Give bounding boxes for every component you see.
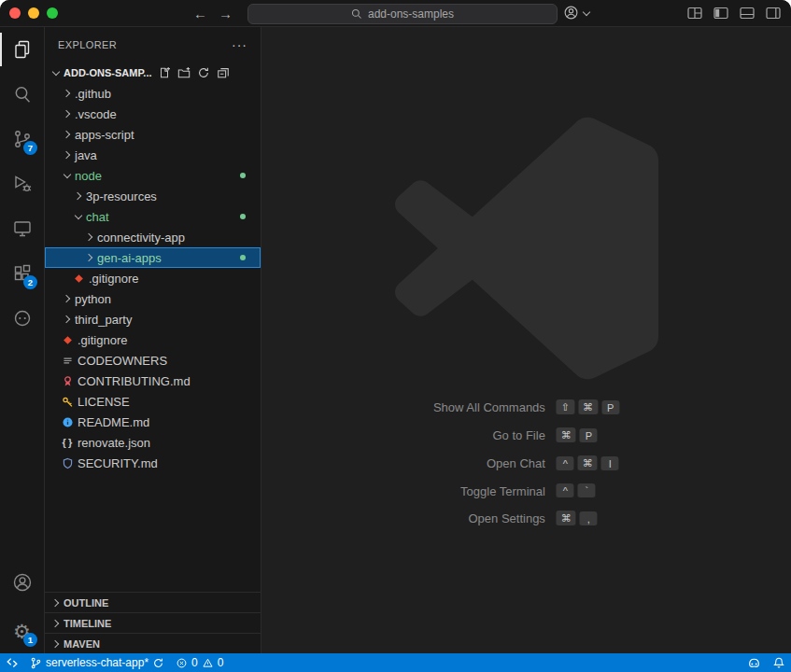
account-icon: [11, 571, 34, 594]
activitybar-run-debug[interactable]: [0, 161, 44, 206]
key-cap: `: [578, 483, 596, 498]
activitybar-explorer[interactable]: [0, 27, 44, 72]
info-icon: [60, 414, 75, 429]
notifications[interactable]: [767, 653, 791, 672]
forward-icon[interactable]: →: [219, 6, 233, 21]
section-label: MAVEN: [64, 638, 100, 650]
search-icon: [351, 8, 362, 20]
customize-layout-icon[interactable]: [686, 5, 703, 21]
git-branch-status[interactable]: serverless-chat-app*: [24, 653, 170, 672]
tree-item-label: chat: [86, 210, 109, 224]
tree-item-label: LICENSE: [78, 395, 130, 409]
close-window-button[interactable]: [9, 7, 21, 19]
tree-item-apps-script[interactable]: apps-script: [45, 124, 261, 145]
problems-status[interactable]: 0 0: [170, 653, 229, 672]
tree-item-label: apps-script: [75, 128, 134, 142]
tree-item-codeowners[interactable]: CODEOWNERS: [45, 350, 261, 371]
git-modified-dot: [240, 173, 246, 178]
project-root-row[interactable]: ADD-ONS-SAMP...: [45, 63, 261, 83]
section-maven[interactable]: MAVEN: [45, 633, 261, 653]
command-center-text: add-ons-samples: [368, 7, 454, 21]
tree-item-python[interactable]: python: [45, 288, 261, 309]
git-file-icon: [71, 271, 86, 286]
tree-item-vscode[interactable]: .vscode: [45, 104, 261, 124]
chevron-down-icon: [49, 65, 64, 80]
chevron-right-icon: [60, 86, 75, 101]
remote-explorer-icon: [11, 217, 34, 240]
activitybar-source-control[interactable]: 7: [0, 117, 44, 161]
remote-icon: [6, 656, 19, 669]
vscode-logo-watermark: [395, 117, 658, 380]
new-file-icon[interactable]: [158, 66, 171, 79]
errors-icon: [176, 657, 188, 669]
tree-item-readme[interactable]: README.md: [45, 412, 261, 432]
tree-item-chat[interactable]: chat: [45, 206, 261, 227]
branch-name: serverless-chat-app*: [46, 656, 148, 669]
remote-indicator[interactable]: [0, 653, 24, 672]
activitybar-account[interactable]: [0, 560, 44, 605]
more-actions-icon[interactable]: ···: [232, 37, 247, 52]
copilot-icon: [747, 656, 761, 670]
tree-item-github[interactable]: .github: [45, 83, 261, 104]
key-icon: [60, 394, 75, 409]
tree-item-node[interactable]: node: [45, 165, 261, 186]
keyboard-shortcut-hints: Show All Commands ⇧⌘P Go to File ⌘P Open…: [433, 399, 619, 526]
tree-item-java[interactable]: java: [45, 145, 261, 165]
tree-item-label: node: [75, 169, 102, 183]
chevron-right-icon: [60, 291, 75, 306]
command-center-search[interactable]: add-ons-samples: [247, 4, 558, 24]
minimize-window-button[interactable]: [28, 7, 39, 19]
toggle-panel-icon[interactable]: [739, 5, 756, 21]
back-icon[interactable]: ←: [193, 6, 207, 21]
section-outline[interactable]: OUTLINE: [45, 592, 261, 612]
activitybar-search[interactable]: [0, 72, 44, 117]
tree-item-label: renovate.json: [78, 436, 150, 450]
tree-item-label: SECURITY.md: [78, 456, 158, 470]
toggle-primary-sidebar-icon[interactable]: [713, 5, 729, 21]
git-modified-dot: [240, 255, 246, 260]
source-control-badge: 7: [23, 141, 37, 155]
shortcut-keys: ⇧⌘P: [557, 399, 619, 415]
toggle-secondary-sidebar-icon[interactable]: [765, 5, 782, 21]
activitybar-extensions[interactable]: 2: [0, 251, 44, 296]
profile-menu[interactable]: [563, 5, 591, 21]
chevron-down-icon: [71, 209, 86, 224]
tree-item-contributing[interactable]: CONTRIBUTING.md: [45, 371, 261, 391]
chevron-right-icon: [49, 637, 64, 651]
tree-item-gitignore-root[interactable]: .gitignore: [45, 329, 261, 350]
activitybar-copilot[interactable]: [0, 296, 44, 341]
search-icon: [11, 83, 34, 105]
shortcut-label: Open Chat: [433, 456, 545, 470]
window-controls: [9, 7, 58, 19]
collapse-all-icon[interactable]: [217, 66, 230, 79]
tree-item-renovate[interactable]: { }renovate.json: [45, 432, 261, 453]
key-cap: ⌘: [557, 511, 576, 526]
account-icon: [563, 5, 579, 21]
tree-item-3p-resources[interactable]: 3p-resources: [45, 186, 261, 206]
activitybar-settings[interactable]: ⚙ 1: [0, 609, 44, 653]
refresh-icon[interactable]: [197, 66, 210, 79]
tree-item-gen-ai-apps[interactable]: gen-ai-apps: [45, 247, 261, 268]
tree-item-license[interactable]: LICENSE: [45, 391, 261, 412]
shield-icon: [60, 455, 75, 470]
chevron-down-icon: [60, 168, 75, 183]
git-file-icon: [60, 332, 75, 347]
tree-item-gitignore-node[interactable]: .gitignore: [45, 268, 261, 288]
shortcut-keys: ^`: [557, 483, 619, 498]
titlebar: ← → add-ons-samples: [0, 0, 791, 27]
tree-item-security[interactable]: SECURITY.md: [45, 453, 261, 473]
key-cap: ⌘: [557, 427, 576, 443]
errors-count: 0: [191, 656, 198, 669]
key-cap: ⇧: [557, 399, 574, 415]
run-debug-icon: [11, 173, 34, 195]
shortcut-keys: ^⌘I: [557, 455, 619, 471]
copilot-status[interactable]: [742, 653, 767, 672]
warnings-icon: [202, 657, 214, 669]
tree-item-connectivity-app[interactable]: connectivity-app: [45, 227, 261, 247]
new-folder-icon[interactable]: [177, 66, 191, 79]
tree-item-third-party[interactable]: third_party: [45, 309, 261, 329]
key-cap: ,: [580, 511, 598, 526]
section-timeline[interactable]: TIMELINE: [45, 612, 261, 633]
maximize-window-button[interactable]: [47, 7, 58, 19]
activitybar-remote-explorer[interactable]: [0, 206, 44, 251]
